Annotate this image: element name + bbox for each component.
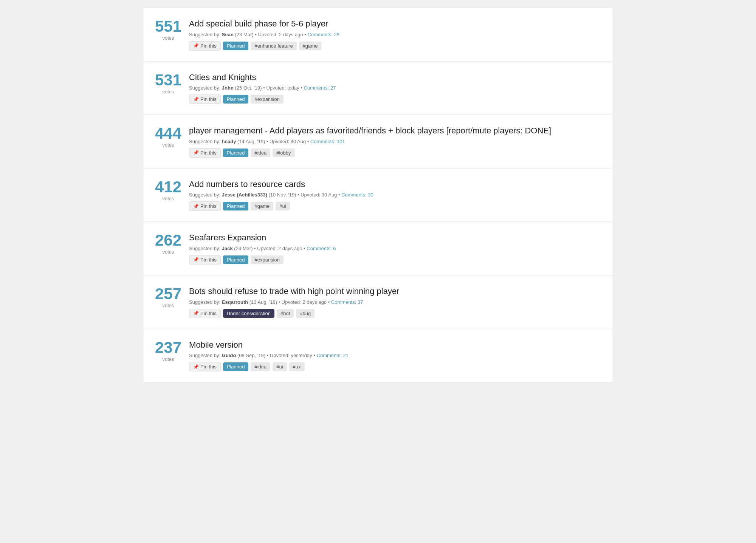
pin-icon: 📌 (193, 150, 199, 155)
vote-count: 551votes (155, 19, 189, 41)
page-wrapper: 551votesAdd special build phase for 5-6 … (136, 0, 620, 390)
item-title: Bots should refuse to trade with high po… (189, 286, 601, 297)
vote-count: 257votes (155, 286, 189, 308)
tag-label: #game (251, 202, 273, 210)
comments-link[interactable]: Comments: 30 (341, 192, 373, 198)
item-meta: Suggested by: Sean (23 Mar) • Upvoted: 2… (189, 32, 601, 37)
vote-label: votes (155, 196, 181, 201)
comments-link[interactable]: Comments: 28 (307, 32, 339, 37)
item-tags: 📌Pin thisPlanned#expansion (189, 255, 601, 265)
item-title: Mobile version (189, 340, 601, 351)
vote-count: 237votes (155, 340, 189, 362)
item-author: Esqarrouth (222, 299, 248, 305)
vote-label: votes (155, 142, 181, 148)
comments-link[interactable]: Comments: 37 (331, 299, 363, 305)
vote-number: 257 (155, 286, 181, 302)
tag-label: #enhance feature (251, 42, 296, 50)
vote-number: 412 (155, 179, 181, 195)
pin-this-button[interactable]: 📌Pin this (189, 309, 221, 318)
pin-label: Pin this (200, 43, 217, 49)
tag-label: #game (299, 42, 322, 50)
item-list: 551votesAdd special build phase for 5-6 … (144, 8, 612, 382)
item-author: John (222, 85, 234, 91)
pin-this-button[interactable]: 📌Pin this (189, 362, 221, 371)
comments-link[interactable]: Comments: 101 (310, 139, 345, 144)
pin-this-button[interactable]: 📌Pin this (189, 201, 221, 211)
item-author: heady (222, 139, 236, 144)
tag-label: #ui (276, 202, 290, 210)
item-meta: Suggested by: Esqarrouth (13 Aug, '19) •… (189, 299, 601, 305)
item-author: Jesse (Achilles333) (222, 192, 267, 198)
item-title: Add special build phase for 5-6 player (189, 19, 601, 29)
status-badge: Planned (223, 149, 249, 157)
item-meta: Suggested by: John (25 Oct, '19) • Upvot… (189, 85, 601, 91)
status-badge: Planned (223, 95, 249, 104)
list-item: 551votesAdd special build phase for 5-6 … (144, 8, 612, 62)
list-item: 531votesCities and KnightsSuggested by: … (144, 62, 612, 115)
item-tags: 📌Pin thisPlanned#idea#lobby (189, 148, 601, 158)
vote-label: votes (155, 89, 181, 94)
vote-count: 262votes (155, 232, 189, 255)
vote-count: 412votes (155, 179, 189, 201)
pin-label: Pin this (200, 257, 217, 263)
item-content: Cities and KnightsSuggested by: John (25… (189, 72, 601, 104)
comments-link[interactable]: Comments: 6 (307, 246, 336, 251)
pin-label: Pin this (200, 311, 217, 316)
item-title: Add numbers to resource cards (189, 179, 601, 190)
vote-count: 444votes (155, 125, 189, 148)
tag-label: #bug (296, 309, 314, 318)
item-content: Bots should refuse to trade with high po… (189, 286, 601, 318)
item-content: Mobile versionSuggested by: Guido (08 Se… (189, 340, 601, 372)
vote-number: 444 (155, 125, 181, 141)
item-content: Add special build phase for 5-6 playerSu… (189, 19, 601, 51)
vote-count: 531votes (155, 72, 189, 94)
status-badge: Planned (223, 362, 249, 371)
tag-label: #expansion (251, 95, 284, 104)
comments-link[interactable]: Comments: 27 (304, 85, 336, 91)
pin-icon: 📌 (193, 204, 199, 209)
tag-label: #bot (277, 309, 294, 318)
item-author: Guido (222, 353, 236, 358)
pin-this-button[interactable]: 📌Pin this (189, 255, 221, 265)
list-item: 412votesAdd numbers to resource cardsSug… (144, 169, 612, 222)
pin-this-button[interactable]: 📌Pin this (189, 94, 221, 104)
tag-label: #idea (251, 362, 270, 371)
vote-number: 551 (155, 19, 181, 34)
status-badge: Planned (223, 42, 249, 50)
pin-icon: 📌 (193, 97, 199, 102)
vote-number: 237 (155, 340, 181, 356)
vote-label: votes (155, 249, 181, 255)
item-meta: Suggested by: Jack (23 Mar) • Upvoted: 2… (189, 246, 601, 251)
pin-icon: 📌 (193, 43, 199, 48)
vote-number: 262 (155, 232, 181, 248)
tag-label: #idea (251, 149, 270, 157)
item-title: Seafarers Expansion (189, 232, 601, 243)
item-tags: 📌Pin thisPlanned#idea#ui#ux (189, 362, 601, 371)
pin-label: Pin this (200, 96, 217, 102)
item-meta: Suggested by: heady (14 Aug, '19) • Upvo… (189, 139, 601, 144)
tag-label: #ui (273, 362, 287, 371)
item-tags: 📌Pin thisPlanned#game#ui (189, 201, 601, 211)
pin-icon: 📌 (193, 257, 199, 262)
vote-number: 531 (155, 72, 181, 88)
pin-label: Pin this (200, 203, 217, 209)
item-tags: 📌Pin thisPlanned#enhance feature#game (189, 41, 601, 51)
tag-label: #expansion (251, 255, 284, 264)
vote-label: votes (155, 356, 181, 362)
item-content: Seafarers ExpansionSuggested by: Jack (2… (189, 232, 601, 265)
item-author: Sean (222, 32, 234, 37)
pin-icon: 📌 (193, 311, 199, 316)
pin-label: Pin this (200, 364, 217, 370)
pin-this-button[interactable]: 📌Pin this (189, 148, 221, 158)
item-meta: Suggested by: Guido (08 Sep, '19) • Upvo… (189, 353, 601, 358)
pin-this-button[interactable]: 📌Pin this (189, 41, 221, 51)
pin-label: Pin this (200, 150, 217, 156)
pin-icon: 📌 (193, 364, 199, 370)
item-tags: 📌Pin thisPlanned#expansion (189, 94, 601, 104)
list-item: 257votesBots should refuse to trade with… (144, 275, 612, 329)
list-item: 444votesplayer management - Add players … (144, 115, 612, 169)
item-title: Cities and Knights (189, 72, 601, 83)
status-badge: Planned (223, 255, 249, 264)
item-meta: Suggested by: Jesse (Achilles333) (10 No… (189, 192, 601, 198)
comments-link[interactable]: Comments: 21 (317, 353, 349, 358)
